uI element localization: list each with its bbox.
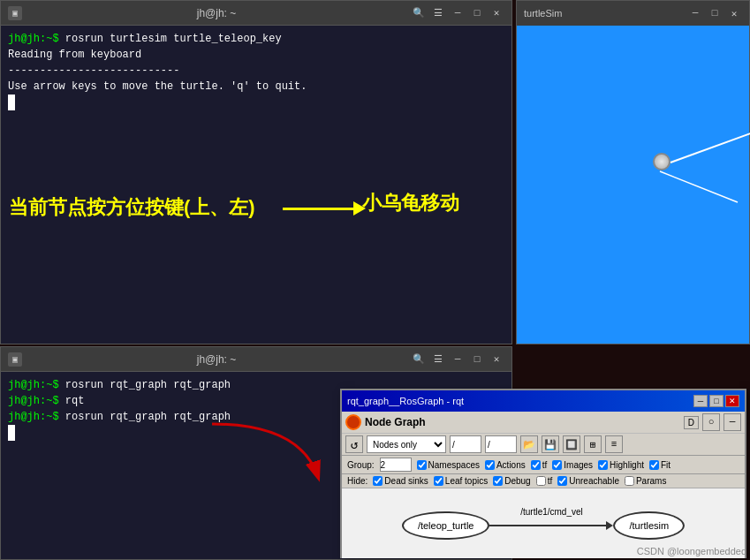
cmd-2: Reading from keyboard bbox=[8, 49, 141, 61]
terminal-bottom-controls: 🔍 ☰ ─ □ ✕ bbox=[411, 352, 504, 367]
rqt-close-btn[interactable]: ✕ bbox=[725, 395, 739, 407]
tf-label-1: tf bbox=[542, 460, 548, 470]
params-checkbox[interactable] bbox=[625, 476, 634, 486]
debug-checkbox[interactable] bbox=[493, 476, 503, 486]
terminal-line-4: Use arrow keys to move the turtle. 'q' t… bbox=[8, 79, 504, 95]
turtlesim-title: turtleSim bbox=[524, 8, 562, 19]
highlight-checkbox[interactable] bbox=[598, 460, 608, 470]
refresh-btn[interactable]: ↺ bbox=[345, 435, 363, 453]
fit-label: Fit bbox=[661, 460, 670, 470]
rqt-window: rqt_graph__RosGraph - rqt ─ □ ✕ Node Gra… bbox=[340, 389, 746, 558]
rqt-options-row1: Group: Namespaces Actions tf Images Hi bbox=[342, 456, 745, 474]
images-check[interactable]: Images bbox=[552, 460, 593, 470]
images-checkbox[interactable] bbox=[552, 460, 562, 470]
terminal-top-body: jh@jh:~$ rosrun turtlesim turtle_teleop_… bbox=[1, 26, 511, 344]
rqt-maximize-btn[interactable]: □ bbox=[709, 395, 723, 407]
arrow-line bbox=[283, 208, 353, 210]
rqt-toolbar: ↺ Nodes only Nodes/Topics (active) Nodes… bbox=[342, 434, 745, 456]
bot-cmd-2: rqt bbox=[65, 395, 85, 407]
toolbar-icon-1[interactable]: 📂 bbox=[520, 435, 538, 453]
arrow-line-edge bbox=[489, 525, 606, 526]
bot-maximize-btn[interactable]: □ bbox=[469, 352, 485, 367]
ts-close[interactable]: ✕ bbox=[726, 5, 742, 21]
group-text: Group: bbox=[347, 460, 375, 470]
highlight-check[interactable]: Highlight bbox=[598, 460, 644, 470]
tf-checkbox-2[interactable] bbox=[536, 476, 546, 486]
dead-sinks-check[interactable]: Dead sinks bbox=[373, 476, 428, 486]
d-button[interactable]: D bbox=[684, 416, 699, 429]
annotation-left: 当前节点按方位按键(上、左) bbox=[9, 194, 255, 221]
params-check[interactable]: Params bbox=[625, 476, 666, 486]
edge-label: /turtle1/cmd_vel bbox=[520, 507, 583, 517]
ts-maximize[interactable]: □ bbox=[707, 5, 723, 21]
ns-input-1[interactable] bbox=[450, 435, 481, 453]
bot-search-btn[interactable]: 🔍 bbox=[411, 352, 427, 367]
terminal-cursor-line bbox=[8, 95, 504, 110]
group-label: Group: bbox=[347, 460, 375, 470]
toolbar-icon-3[interactable]: 🔲 bbox=[563, 435, 580, 453]
search-btn[interactable]: 🔍 bbox=[411, 5, 427, 21]
turtlesim-canvas bbox=[517, 26, 749, 344]
ns-input-2[interactable] bbox=[485, 435, 517, 453]
svg-line-0 bbox=[660, 171, 738, 202]
actions-label: Actions bbox=[496, 460, 526, 470]
red-arrow-svg bbox=[194, 415, 336, 495]
nodes-dropdown[interactable]: Nodes only Nodes/Topics (active) Nodes/T… bbox=[367, 435, 446, 453]
group-input[interactable] bbox=[380, 458, 412, 472]
tf-check-1[interactable]: tf bbox=[531, 460, 548, 470]
rqt-minimize-btn[interactable]: ─ bbox=[693, 395, 708, 407]
watermark: CSDN @loongembedded bbox=[637, 546, 746, 556]
actions-checkbox[interactable] bbox=[485, 460, 495, 470]
unreachable-checkbox[interactable] bbox=[557, 476, 567, 486]
highlight-label: Highlight bbox=[610, 460, 644, 470]
fit-checkbox[interactable] bbox=[649, 460, 659, 470]
rqt-icon-btn-1[interactable]: ○ bbox=[702, 413, 720, 431]
ts-minimize[interactable]: ─ bbox=[687, 5, 703, 21]
turtlesim-controls: ─ □ ✕ bbox=[687, 5, 742, 21]
turtlesim-window: turtleSim ─ □ ✕ bbox=[516, 0, 750, 344]
terminal-line-3: --------------------------- bbox=[8, 63, 504, 79]
close-btn[interactable]: ✕ bbox=[489, 5, 504, 21]
leaf-topics-checkbox[interactable] bbox=[434, 476, 443, 486]
rqt-nodegraph-header: Node Graph D ○ ─ bbox=[342, 412, 745, 434]
cmd-3: --------------------------- bbox=[8, 64, 179, 77]
turtle-trail bbox=[670, 132, 750, 163]
terminal-top: ▣ jh@jh: ~ 🔍 ☰ ─ □ ✕ jh@jh:~$ rosrun tur… bbox=[0, 0, 512, 344]
terminal-icon: ▣ bbox=[8, 6, 22, 20]
menu-btn[interactable]: ☰ bbox=[430, 5, 446, 21]
tf-check-2[interactable]: tf bbox=[536, 476, 553, 486]
bot-close-btn[interactable]: ✕ bbox=[489, 352, 504, 367]
bot-minimize-btn[interactable]: ─ bbox=[450, 352, 466, 367]
leaf-topics-check[interactable]: Leaf topics bbox=[434, 476, 488, 486]
debug-check[interactable]: Debug bbox=[493, 476, 530, 486]
params-label: Params bbox=[636, 476, 666, 486]
minimize-btn[interactable]: ─ bbox=[450, 5, 466, 21]
maximize-btn[interactable]: □ bbox=[469, 5, 485, 21]
namespaces-checkbox[interactable] bbox=[417, 460, 427, 470]
terminal-line-2: Reading from keyboard bbox=[8, 47, 504, 63]
bot-prompt-1: jh@jh:~$ bbox=[8, 379, 65, 391]
fit-check[interactable]: Fit bbox=[649, 460, 670, 470]
turtle-body bbox=[653, 153, 670, 170]
terminal-top-title: jh@jh: ~ bbox=[197, 7, 237, 19]
rqt-icon-btn-2[interactable]: ─ bbox=[723, 413, 741, 431]
ros-icon bbox=[345, 414, 361, 430]
namespaces-check[interactable]: Namespaces bbox=[417, 460, 480, 470]
node-teleop[interactable]: /teleop_turtle bbox=[402, 511, 490, 540]
debug-label: Debug bbox=[504, 476, 530, 486]
terminal-line-1: jh@jh:~$ rosrun turtlesim turtle_teleop_… bbox=[8, 31, 504, 47]
arrow-head-edge bbox=[606, 521, 613, 530]
dead-sinks-checkbox[interactable] bbox=[373, 476, 383, 486]
toolbar-icon-5[interactable]: ≡ bbox=[605, 435, 623, 453]
toolbar-icon-2[interactable]: 💾 bbox=[542, 435, 559, 453]
toolbar-icon-4[interactable]: ⊞ bbox=[584, 435, 602, 453]
red-arrow-annotation bbox=[194, 415, 336, 499]
node-turtlesim[interactable]: /turtlesim bbox=[613, 511, 685, 540]
bot-cmd-1: rosrun rqt_graph rqt_graph bbox=[65, 379, 231, 391]
unreachable-check[interactable]: Unreachable bbox=[557, 476, 619, 486]
tf-checkbox-1[interactable] bbox=[531, 460, 541, 470]
annotation-arrow bbox=[283, 201, 366, 216]
actions-check[interactable]: Actions bbox=[485, 460, 526, 470]
bot-menu-btn[interactable]: ☰ bbox=[430, 352, 446, 367]
images-label: Images bbox=[564, 460, 593, 470]
